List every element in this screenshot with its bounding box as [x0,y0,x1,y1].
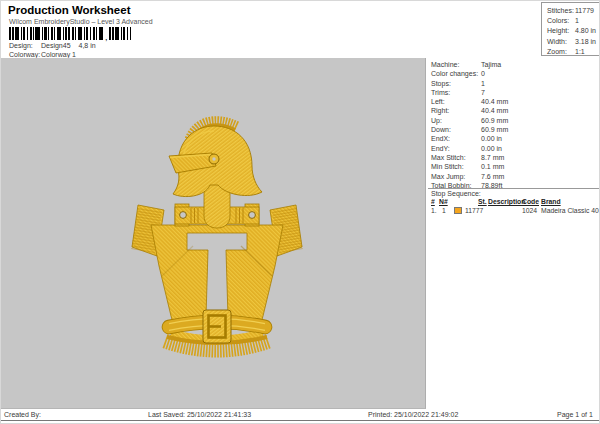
machine-row: Max Stitch:8.7 mm [431,153,599,162]
stat-label: Width: [547,37,575,47]
machine-row-label: Trims: [431,89,450,96]
stop-sequence-title: Stop Sequence: [431,190,481,198]
stat-value: 3.18 in [575,38,596,45]
col-header-code: Code [522,198,539,206]
colorway-value: Colorway 1 [41,51,76,58]
machine-row: Min Stitch:0.1 mm [431,162,599,171]
page-title: Production Worksheet [8,4,130,16]
col-header-brand: Brand [541,198,561,206]
stat-row: Stitches:11779 [547,6,599,16]
app-subtitle: Wilcom EmbroideryStudio – Level 3 Advanc… [9,18,153,25]
stop-row-num: 1. [431,207,437,215]
machine-row-value: 0.00 in [481,144,502,153]
machine-row: Color changes:0 [431,69,599,78]
machine-row-value: 60.9 mm [481,116,508,125]
machine-row: Stops:1 [431,79,599,88]
machine-row-label: Min Stitch: [431,163,464,170]
design-preview-canvas [1,58,426,409]
stop-row-brand: Madeira Classic 40 [541,207,599,215]
footer-page-number: Page 1 of 1 [557,411,593,419]
machine-row-value: 8.7 mm [481,153,504,162]
machine-row-value: 0 [481,69,485,78]
stat-row: Colors:1 [547,16,599,26]
stat-label: Height: [547,26,575,36]
barcode: , [9,27,131,40]
machine-row-label: Right: [431,107,449,114]
production-worksheet-page: Production Worksheet Wilcom EmbroiderySt… [0,0,600,424]
stat-row: Zoom:1:1 [547,47,599,57]
stop-row-code: 1024 [522,207,537,215]
stat-value: 4.80 in [575,27,596,34]
design-row: Design: Design45 4,8 in [9,42,96,50]
stat-row: Height:4.80 in [547,26,599,36]
machine-row-value: 0.1 mm [481,162,504,171]
embroidery-design-knight [111,96,341,386]
machine-row: Max Jump:7.6 mm [431,172,599,181]
machine-row: Trims:7 [431,88,599,97]
machine-row-value: 0.00 in [481,134,502,143]
machine-row-label: Left: [431,98,445,105]
stat-label: Stitches: [547,6,575,16]
machine-row-value: 1 [481,79,485,88]
machine-row-label: Down: [431,126,451,133]
footer-divider [1,420,600,421]
thread-color-swatch [454,207,462,214]
stat-row: Width:3.18 in [547,37,599,47]
machine-row-label: Machine: [431,61,459,68]
machine-row-label: Max Jump: [431,173,465,180]
machine-details-panel: Machine:Tajima Color changes:0 Stops:1 T… [431,60,599,190]
machine-row-label: EndY: [431,145,450,152]
col-header-description: Description [488,198,525,206]
machine-row-value: 7.6 mm [481,172,504,181]
barcode-bars-left [9,27,104,40]
machine-row: Left:40.4 mm [431,97,599,106]
stat-label: Zoom: [547,47,575,57]
machine-row-label: Max Stitch: [431,154,466,161]
machine-row: Up:60.9 mm [431,116,599,125]
design-size: 4,8 in [78,42,95,49]
machine-row-value: 40.4 mm [481,97,508,106]
barcode-bars-right [109,27,131,40]
stat-label: Colors: [547,16,575,26]
stat-value: 1 [575,17,579,24]
stat-value: 11779 [575,7,594,14]
col-header-needle: N# [439,198,448,206]
design-name: Design45 [41,42,71,49]
machine-row-label: Up: [431,117,442,124]
machine-row-label: Color changes: [431,70,478,77]
machine-row-label: EndX: [431,135,450,142]
machine-row: EndX:0.00 in [431,134,599,143]
machine-row: Right:40.4 mm [431,106,599,115]
barcode-separator: , [105,34,108,40]
machine-row-value: Tajima [481,60,501,69]
stop-sequence-divider [428,188,600,189]
footer-created-by: Created By: [4,411,41,419]
col-header-num: # [431,198,435,206]
stop-row-needle: 1 [442,207,446,215]
machine-row: Machine:Tajima [431,60,599,69]
footer-printed: Printed: 25/10/2022 21:49:02 [368,411,458,419]
machine-row: Down:60.9 mm [431,125,599,134]
design-stats-box: Stitches:11779 Colors:1 Height:4.80 in W… [541,2,600,56]
stat-value: 1:1 [575,48,585,55]
stop-row-stitches: 11777 [465,207,483,215]
machine-row-value: 40.4 mm [481,106,508,115]
col-header-stitches: St. [478,198,487,206]
machine-row: EndY:0.00 in [431,144,599,153]
machine-row-value: 7 [481,88,485,97]
machine-row-label: Stops: [431,80,451,87]
footer-last-saved: Last Saved: 25/10/2022 21:41:33 [148,411,251,419]
design-label: Design: [9,42,39,50]
machine-row-value: 60.9 mm [481,125,508,134]
